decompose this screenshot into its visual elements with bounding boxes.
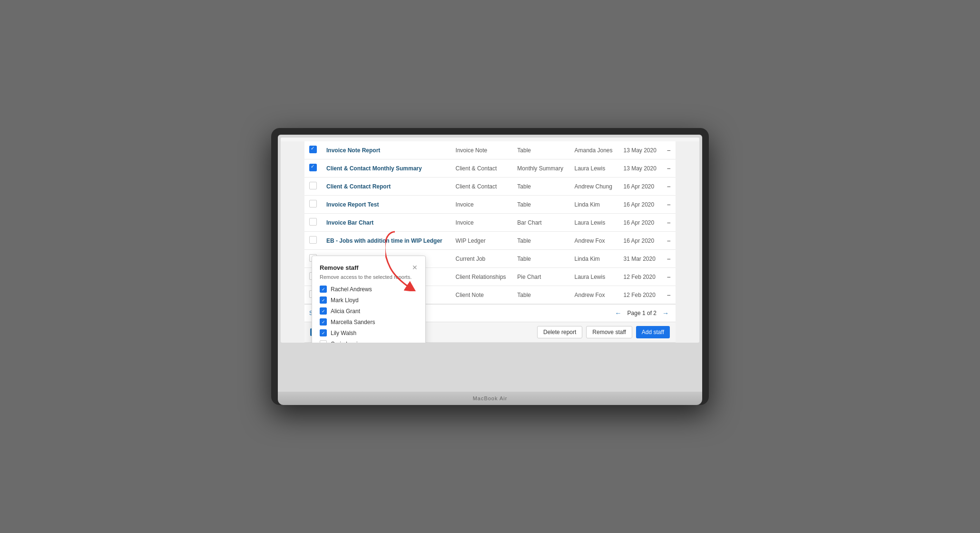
table-row: Invoice Bar Chart Invoice Bar Chart Laur… xyxy=(304,214,676,232)
row-date-cell: 12 Feb 2020 xyxy=(618,286,662,304)
report-name: Client & Contact Report xyxy=(326,183,391,190)
row-type-cell: Table xyxy=(512,178,569,196)
report-name: Client & Contact Monthly Summary xyxy=(326,165,422,172)
row-checkbox-cell xyxy=(304,214,322,232)
row-author-cell: Laura Lewis xyxy=(569,268,618,286)
scroll-indicator xyxy=(281,138,699,141)
row-category-cell: Invoice xyxy=(451,196,513,214)
staff-name: Mark Lloyd xyxy=(331,297,359,304)
staff-list: ✓ Rachel Andrews ✓ Mark Lloyd ✓ Alicia G… xyxy=(320,286,418,343)
row-action-cell[interactable]: – xyxy=(662,268,676,286)
remove-staff-button[interactable]: Remove staff xyxy=(586,326,632,338)
row-author-cell: Linda Kim xyxy=(569,196,618,214)
row-action-cell[interactable]: – xyxy=(662,141,676,159)
row-date-cell: 16 Apr 2020 xyxy=(618,178,662,196)
row-checkbox-cell xyxy=(304,141,322,159)
row-date-cell: 16 Apr 2020 xyxy=(618,214,662,232)
row-date-cell: 13 May 2020 xyxy=(618,141,662,159)
row-category-cell: Client & Contact xyxy=(451,159,513,178)
row-action-cell[interactable]: – xyxy=(662,159,676,178)
table-row: Invoice Report Test Invoice Table Linda … xyxy=(304,196,676,214)
row-category-cell: Current Job xyxy=(451,250,513,268)
row-author-cell: Laura Lewis xyxy=(569,159,618,178)
row-type-cell: Table xyxy=(512,250,569,268)
row-type-cell: Table xyxy=(512,141,569,159)
row-author-cell: Andrew Fox xyxy=(569,286,618,304)
row-type-cell: Table xyxy=(512,196,569,214)
staff-name: Craig Lewis xyxy=(331,341,361,343)
row-author-cell: Andrew Chung xyxy=(569,178,618,196)
row-action-cell[interactable]: – xyxy=(662,196,676,214)
row-checkbox[interactable] xyxy=(309,200,317,207)
row-checkbox-cell xyxy=(304,232,322,250)
row-action-cell[interactable]: – xyxy=(662,286,676,304)
row-date-cell: 16 Apr 2020 xyxy=(618,232,662,250)
row-date-cell: 12 Feb 2020 xyxy=(618,268,662,286)
row-checkbox[interactable] xyxy=(309,236,317,244)
delete-report-button[interactable]: Delete report xyxy=(537,326,582,338)
row-type-cell: Table xyxy=(512,286,569,304)
row-checkbox[interactable] xyxy=(309,218,317,226)
report-name: Invoice Note Report xyxy=(326,147,380,154)
staff-name: Marcella Sanders xyxy=(331,319,375,326)
next-page-button[interactable]: → xyxy=(660,308,671,318)
add-staff-button[interactable]: Add staff xyxy=(636,326,670,338)
staff-checkbox[interactable]: ✓ xyxy=(320,286,327,293)
row-action-cell[interactable]: – xyxy=(662,178,676,196)
row-name-cell: Invoice Report Test xyxy=(322,196,451,214)
table-row: EB - Jobs with addition time in WIP Ledg… xyxy=(304,232,676,250)
table-row: Invoice Note Report Invoice Note Table A… xyxy=(304,141,676,159)
row-author-cell: Laura Lewis xyxy=(569,214,618,232)
row-checkbox[interactable] xyxy=(309,182,317,189)
laptop-model: MacBook Air xyxy=(473,395,508,401)
staff-item: Craig Lewis xyxy=(320,340,418,343)
row-type-cell: Bar Chart xyxy=(512,214,569,232)
row-type-cell: Monthly Summary xyxy=(512,159,569,178)
selection-buttons: Delete report Remove staff Add staff xyxy=(537,326,670,338)
staff-name: Alicia Grant xyxy=(331,308,360,315)
row-action-cell[interactable]: – xyxy=(662,232,676,250)
staff-item: ✓ Mark Lloyd xyxy=(320,296,418,304)
row-name-cell: Invoice Bar Chart xyxy=(322,214,451,232)
staff-item: ✓ Lily Walsh xyxy=(320,329,418,336)
row-author-cell: Linda Kim xyxy=(569,250,618,268)
staff-checkbox[interactable]: ✓ xyxy=(320,318,327,326)
staff-checkbox[interactable]: ✓ xyxy=(320,296,327,304)
row-category-cell: WIP Ledger xyxy=(451,232,513,250)
row-action-cell[interactable]: – xyxy=(662,214,676,232)
page-info: Page 1 of 2 xyxy=(627,310,657,316)
row-category-cell: Client Note xyxy=(451,286,513,304)
staff-checkbox[interactable] xyxy=(320,340,327,343)
report-name: Invoice Report Test xyxy=(326,201,379,208)
row-category-cell: Client Relationships xyxy=(451,268,513,286)
table-row: Client & Contact Monthly Summary Client … xyxy=(304,159,676,178)
row-checkbox[interactable] xyxy=(309,164,317,171)
staff-item: ✓ Alicia Grant xyxy=(320,307,418,315)
modal-title: Remove staff xyxy=(320,264,359,271)
row-checkbox-cell xyxy=(304,196,322,214)
row-author-cell: Andrew Fox xyxy=(569,232,618,250)
row-category-cell: Invoice xyxy=(451,214,513,232)
staff-item: ✓ Marcella Sanders xyxy=(320,318,418,326)
row-category-cell: Invoice Note xyxy=(451,141,513,159)
row-date-cell: 31 Mar 2020 xyxy=(618,250,662,268)
page-navigation: ← Page 1 of 2 → xyxy=(613,308,671,318)
report-name: Invoice Bar Chart xyxy=(326,219,373,226)
row-action-cell[interactable]: – xyxy=(662,250,676,268)
row-type-cell: Pie Chart xyxy=(512,268,569,286)
row-category-cell: Client & Contact xyxy=(451,178,513,196)
staff-checkbox[interactable]: ✓ xyxy=(320,329,327,336)
row-checkbox[interactable] xyxy=(309,146,317,153)
row-name-cell: Client & Contact Report xyxy=(322,178,451,196)
prev-page-button[interactable]: ← xyxy=(613,308,624,318)
row-name-cell: Client & Contact Monthly Summary xyxy=(322,159,451,178)
annotation-arrow xyxy=(385,229,428,293)
table-row: Client & Contact Report Client & Contact… xyxy=(304,178,676,196)
row-checkbox-cell xyxy=(304,178,322,196)
staff-checkbox[interactable]: ✓ xyxy=(320,307,327,315)
row-type-cell: Table xyxy=(512,232,569,250)
staff-name: Rachel Andrews xyxy=(331,286,372,293)
row-author-cell: Amanda Jones xyxy=(569,141,618,159)
row-date-cell: 13 May 2020 xyxy=(618,159,662,178)
row-date-cell: 16 Apr 2020 xyxy=(618,196,662,214)
